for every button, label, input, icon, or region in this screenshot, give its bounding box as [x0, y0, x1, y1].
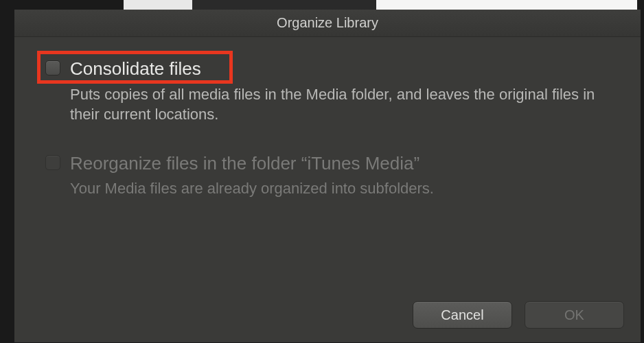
- background-strip: [0, 0, 644, 10]
- reorganize-files-label: Reorganize files in the folder “iTunes M…: [70, 152, 419, 175]
- reorganize-files-description: Your Media files are already organized i…: [70, 178, 610, 199]
- background-fragment: [124, 0, 192, 10]
- background-fragment: [192, 0, 376, 10]
- consolidate-files-checkbox[interactable]: [45, 60, 60, 75]
- organize-library-dialog: Organize Library Consolidate files Puts …: [14, 10, 641, 343]
- consolidate-files-option: Consolidate files: [45, 58, 610, 80]
- dialog-body: Consolidate files Puts copies of all med…: [14, 37, 641, 342]
- cancel-button[interactable]: Cancel: [413, 301, 512, 329]
- dialog-title-bar: Organize Library: [14, 10, 641, 37]
- dialog-title: Organize Library: [277, 15, 378, 31]
- background-fragment: [376, 0, 637, 10]
- reorganize-files-option: Reorganize files in the folder “iTunes M…: [45, 152, 610, 175]
- reorganize-files-checkbox: [45, 155, 60, 170]
- ok-button: OK: [525, 301, 624, 329]
- consolidate-files-description: Puts copies of all media files in the Me…: [70, 84, 610, 125]
- consolidate-files-label[interactable]: Consolidate files: [70, 58, 201, 80]
- dialog-button-row: Cancel OK: [413, 301, 624, 329]
